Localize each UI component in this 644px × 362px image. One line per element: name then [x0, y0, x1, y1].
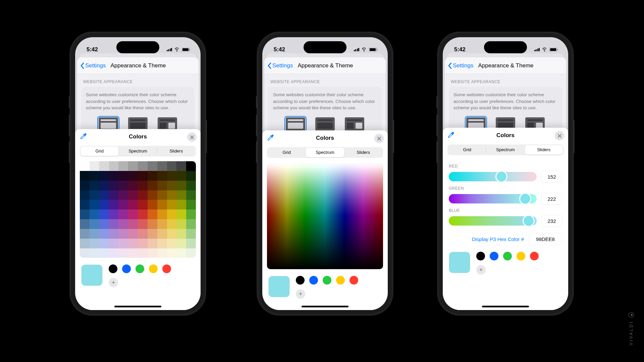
preset-swatch[interactable]	[323, 276, 331, 285]
grid-cell[interactable]	[90, 190, 99, 200]
theme-option-dark[interactable]	[128, 117, 148, 131]
grid-cell[interactable]	[118, 239, 128, 248]
grid-cell[interactable]	[138, 239, 148, 248]
grid-cell[interactable]	[167, 171, 177, 181]
grid-cell[interactable]	[109, 171, 119, 181]
preset-swatch[interactable]	[530, 252, 539, 260]
theme-option-auto[interactable]	[158, 117, 177, 131]
grid-cell[interactable]	[109, 219, 119, 229]
back-button[interactable]: Settings	[80, 62, 106, 69]
preset-swatch[interactable]	[149, 264, 158, 273]
theme-option-auto[interactable]	[345, 117, 364, 131]
tab-grid[interactable]: Grid	[448, 145, 486, 155]
grid-cell[interactable]	[118, 200, 128, 209]
grid-cell[interactable]	[80, 248, 90, 258]
theme-option-dark[interactable]	[315, 117, 335, 131]
grid-cell[interactable]	[80, 229, 90, 239]
grid-cell[interactable]	[157, 219, 167, 229]
blue-slider[interactable]	[449, 216, 537, 226]
grid-cell[interactable]	[176, 161, 186, 171]
tab-sliders[interactable]: Sliders	[157, 146, 195, 156]
grid-cell[interactable]	[109, 200, 119, 209]
grid-cell[interactable]	[118, 171, 128, 181]
grid-cell[interactable]	[90, 209, 99, 219]
grid-cell[interactable]	[90, 161, 99, 171]
color-spectrum[interactable]	[267, 163, 383, 269]
grid-cell[interactable]	[138, 248, 148, 258]
grid-cell[interactable]	[186, 219, 196, 229]
grid-cell[interactable]	[157, 161, 167, 171]
grid-cell[interactable]	[138, 171, 148, 181]
grid-cell[interactable]	[167, 200, 177, 209]
preset-swatch[interactable]	[309, 276, 318, 285]
grid-cell[interactable]	[99, 248, 109, 258]
red-slider[interactable]	[449, 172, 537, 181]
grid-cell[interactable]	[186, 239, 196, 248]
grid-cell[interactable]	[80, 239, 90, 248]
grid-cell[interactable]	[176, 171, 186, 181]
grid-cell[interactable]	[128, 209, 138, 219]
grid-cell[interactable]	[80, 171, 90, 181]
grid-cell[interactable]	[167, 219, 177, 229]
grid-cell[interactable]	[148, 239, 157, 248]
grid-cell[interactable]	[157, 248, 167, 258]
grid-cell[interactable]	[118, 181, 128, 190]
grid-cell[interactable]	[148, 181, 157, 190]
grid-cell[interactable]	[157, 229, 167, 239]
grid-cell[interactable]	[148, 200, 157, 209]
grid-cell[interactable]	[138, 161, 148, 171]
grid-cell[interactable]	[128, 181, 138, 190]
grid-cell[interactable]	[148, 161, 157, 171]
grid-cell[interactable]	[128, 190, 138, 200]
preset-swatch[interactable]	[109, 264, 117, 273]
grid-cell[interactable]	[118, 219, 128, 229]
grid-cell[interactable]	[186, 200, 196, 209]
grid-cell[interactable]	[176, 181, 186, 190]
grid-cell[interactable]	[176, 248, 186, 258]
grid-cell[interactable]	[118, 209, 128, 219]
grid-cell[interactable]	[157, 209, 167, 219]
grid-cell[interactable]	[90, 229, 99, 239]
grid-cell[interactable]	[109, 209, 119, 219]
grid-cell[interactable]	[148, 171, 157, 181]
grid-cell[interactable]	[80, 190, 90, 200]
red-value[interactable]: 152	[541, 171, 562, 183]
hex-label[interactable]: Display P3 Hex Color #	[472, 236, 524, 242]
grid-cell[interactable]	[186, 190, 196, 200]
grid-cell[interactable]	[90, 200, 99, 209]
tab-spectrum[interactable]: Spectrum	[486, 145, 524, 155]
grid-cell[interactable]	[167, 209, 177, 219]
grid-cell[interactable]	[138, 181, 148, 190]
grid-cell[interactable]	[138, 229, 148, 239]
grid-cell[interactable]	[109, 229, 119, 239]
grid-cell[interactable]	[128, 161, 138, 171]
grid-cell[interactable]	[99, 239, 109, 248]
grid-cell[interactable]	[138, 219, 148, 229]
eyedropper-button[interactable]	[267, 134, 274, 143]
grid-cell[interactable]	[138, 190, 148, 200]
theme-option-light[interactable]	[286, 117, 305, 131]
add-swatch-button[interactable]: +	[476, 265, 486, 275]
preset-swatch[interactable]	[350, 276, 358, 285]
tab-sliders[interactable]: Sliders	[344, 148, 382, 157]
grid-cell[interactable]	[157, 171, 167, 181]
grid-cell[interactable]	[148, 229, 157, 239]
preset-swatch[interactable]	[336, 276, 345, 285]
back-button[interactable]: Settings	[448, 62, 473, 69]
grid-cell[interactable]	[138, 200, 148, 209]
grid-cell[interactable]	[128, 229, 138, 239]
add-swatch-button[interactable]: +	[109, 278, 118, 287]
grid-cell[interactable]	[128, 200, 138, 209]
grid-cell[interactable]	[186, 229, 196, 239]
grid-cell[interactable]	[109, 239, 119, 248]
grid-cell[interactable]	[167, 161, 177, 171]
grid-cell[interactable]	[80, 181, 90, 190]
grid-cell[interactable]	[109, 248, 119, 258]
grid-cell[interactable]	[99, 171, 109, 181]
grid-cell[interactable]	[118, 229, 128, 239]
preset-swatch[interactable]	[476, 252, 485, 260]
grid-cell[interactable]	[148, 248, 157, 258]
grid-cell[interactable]	[99, 161, 109, 171]
grid-cell[interactable]	[118, 161, 128, 171]
grid-cell[interactable]	[109, 181, 119, 190]
